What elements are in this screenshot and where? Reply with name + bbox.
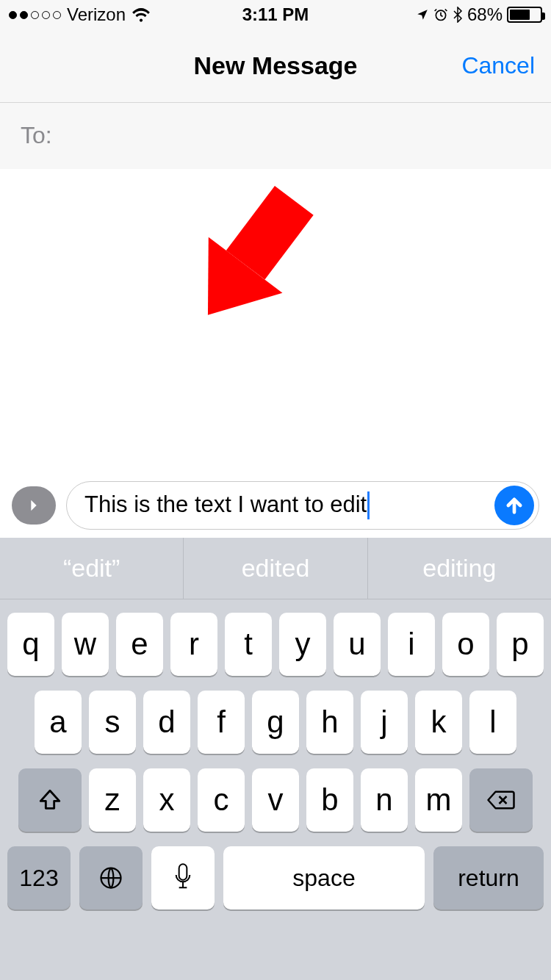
signal-strength-icon bbox=[9, 11, 61, 19]
page-title: New Message bbox=[194, 51, 358, 80]
status-right: 68% bbox=[364, 4, 542, 25]
key-l[interactable]: l bbox=[469, 691, 516, 754]
app-drawer-button[interactable] bbox=[12, 486, 56, 525]
keyboard: “edit” edited editing q w e r t y u i o … bbox=[0, 538, 551, 980]
cancel-button[interactable]: Cancel bbox=[461, 52, 535, 79]
suggestion-1[interactable]: “edit” bbox=[0, 538, 184, 599]
key-v[interactable]: v bbox=[252, 768, 299, 832]
key-globe[interactable] bbox=[79, 846, 143, 909]
status-bar: Verizon 3:11 PM 68% bbox=[0, 0, 551, 29]
key-y[interactable]: y bbox=[279, 613, 326, 676]
key-j[interactable]: j bbox=[361, 691, 408, 754]
suggestion-3[interactable]: editing bbox=[368, 538, 551, 599]
key-s[interactable]: s bbox=[89, 691, 136, 754]
key-k[interactable]: k bbox=[415, 691, 462, 754]
key-b[interactable]: b bbox=[306, 768, 353, 832]
carrier-label: Verizon bbox=[67, 4, 126, 25]
microphone-icon bbox=[173, 863, 193, 893]
key-z[interactable]: z bbox=[89, 768, 136, 832]
status-left: Verizon bbox=[9, 4, 187, 25]
suggestion-2[interactable]: edited bbox=[184, 538, 367, 599]
key-c[interactable]: c bbox=[198, 768, 245, 832]
key-u[interactable]: u bbox=[334, 613, 381, 676]
text-caret bbox=[367, 491, 370, 519]
chevron-right-icon bbox=[26, 497, 42, 514]
key-g[interactable]: g bbox=[252, 691, 299, 754]
alarm-icon bbox=[433, 7, 448, 22]
key-q[interactable]: q bbox=[7, 613, 54, 676]
key-f[interactable]: f bbox=[198, 691, 245, 754]
annotation-arrow-icon bbox=[171, 173, 331, 343]
key-backspace[interactable] bbox=[469, 768, 533, 832]
recipient-row[interactable]: To: bbox=[0, 103, 551, 169]
send-button[interactable] bbox=[494, 486, 534, 525]
key-n[interactable]: n bbox=[361, 768, 408, 832]
message-thread: This is the text I want to edit bbox=[0, 169, 551, 538]
key-t[interactable]: t bbox=[225, 613, 272, 676]
key-x[interactable]: x bbox=[143, 768, 190, 832]
battery-icon bbox=[507, 7, 542, 23]
backspace-icon bbox=[486, 789, 516, 811]
shift-icon bbox=[37, 788, 62, 813]
key-dictation[interactable] bbox=[151, 846, 215, 909]
message-input-row: This is the text I want to edit bbox=[0, 473, 551, 538]
key-r[interactable]: r bbox=[170, 613, 217, 676]
key-o[interactable]: o bbox=[442, 613, 489, 676]
key-return[interactable]: return bbox=[433, 846, 544, 909]
status-time: 3:11 PM bbox=[187, 4, 364, 25]
key-shift[interactable] bbox=[18, 768, 82, 832]
key-e[interactable]: e bbox=[116, 613, 163, 676]
quicktype-row: “edit” edited editing bbox=[0, 538, 551, 599]
battery-percent: 68% bbox=[467, 4, 503, 25]
message-input-text: This is the text I want to edit bbox=[84, 491, 367, 517]
key-m[interactable]: m bbox=[415, 768, 462, 832]
message-input[interactable]: This is the text I want to edit bbox=[66, 481, 539, 530]
key-h[interactable]: h bbox=[306, 691, 353, 754]
svg-rect-2 bbox=[179, 864, 187, 879]
key-i[interactable]: i bbox=[388, 613, 435, 676]
to-label: To: bbox=[21, 122, 52, 149]
key-p[interactable]: p bbox=[497, 613, 544, 676]
nav-bar: New Message Cancel bbox=[0, 29, 551, 103]
key-numbers[interactable]: 123 bbox=[7, 846, 71, 909]
arrow-up-icon bbox=[504, 495, 525, 516]
key-a[interactable]: a bbox=[35, 691, 82, 754]
globe-icon bbox=[98, 865, 124, 891]
location-icon bbox=[416, 8, 429, 21]
key-space[interactable]: space bbox=[223, 846, 425, 909]
key-d[interactable]: d bbox=[143, 691, 190, 754]
wifi-icon bbox=[132, 7, 151, 22]
key-w[interactable]: w bbox=[62, 613, 109, 676]
bluetooth-icon bbox=[453, 7, 463, 23]
